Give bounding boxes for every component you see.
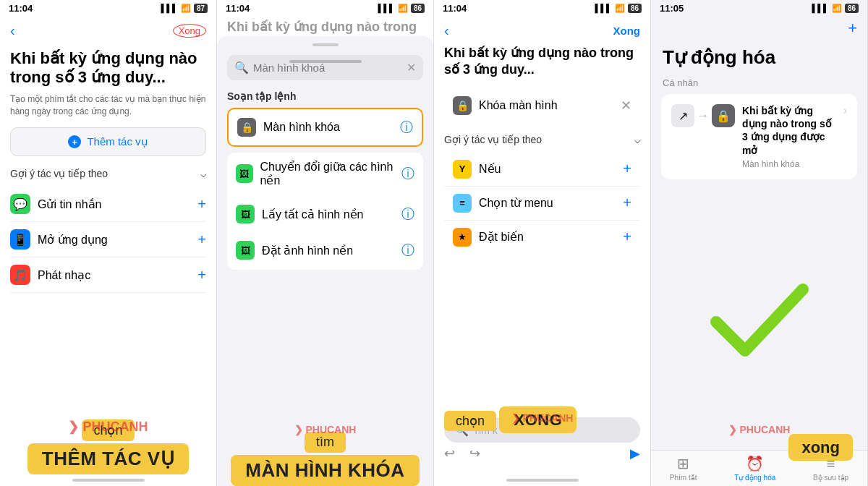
- time-1: 11:04: [9, 3, 33, 14]
- other-left-1: 🖼 Chuyển đổi giữa các hình nền: [236, 160, 401, 187]
- action-selected-3[interactable]: 🔒 Khóa màn hình ✕: [444, 88, 640, 124]
- other-label-3: Đặt ảnh hình nền: [262, 244, 353, 257]
- add-suggestion-1[interactable]: +: [197, 196, 206, 213]
- suggestion-item-1[interactable]: 💬 Gửi tin nhắn +: [10, 187, 206, 222]
- sugg-icon-3-2: ≡: [453, 194, 472, 213]
- nav-bar-1: ‹ Xong: [0, 16, 216, 45]
- add-sugg-3-1[interactable]: +: [623, 161, 631, 177]
- nav-bar-3: ‹ Xong: [434, 16, 650, 45]
- tab-automation[interactable]: ⏰ Tự động hóa: [734, 455, 775, 482]
- sugg-title-3: Gợi ý tác vụ tiếp theo: [444, 134, 542, 145]
- sugg-item-3-3[interactable]: ★ Đặt biến +: [444, 221, 640, 254]
- battery-4: 86: [845, 4, 859, 13]
- suggestion-icon-2: 📱: [10, 229, 30, 250]
- panel4-title: Tự động hóa: [651, 40, 867, 74]
- search-bar-2[interactable]: 🔍 ✕: [227, 55, 423, 80]
- suggestion-label-1: Gửi tin nhắn: [38, 197, 101, 211]
- info-icon-other-2[interactable]: ⓘ: [401, 205, 414, 223]
- suggestion-label-2: Mở ứng dụng: [38, 233, 108, 247]
- sugg-label-3-2: Chọn từ menu: [479, 196, 553, 210]
- sugg-header-3: Gợi ý tác vụ tiếp theo ⌵: [444, 134, 640, 145]
- result-item-2[interactable]: 🔒 Màn hình khóa ⓘ: [227, 108, 423, 147]
- other-result-2[interactable]: 🖼 Lấy tất cả hình nền ⓘ: [227, 197, 423, 231]
- time-3: 11:04: [443, 3, 467, 14]
- brand-logo-4: ❯ PHUCANH: [728, 424, 791, 435]
- status-bar-4: 11:05 ▌▌▌ 📶 86: [651, 0, 867, 16]
- label-big-1: THÊM TÁC VỤ: [27, 443, 189, 474]
- home-indicator-3: [434, 474, 650, 486]
- panel3-title: Khi bất kỳ ứng dụng nào trong số 3 ứng d…: [444, 45, 640, 79]
- watermark-3: ❯ PHUCANH: [511, 412, 574, 424]
- time-2: 11:04: [226, 3, 250, 14]
- watermark-2: ❯ PHUCANH: [294, 424, 357, 435]
- auto-card-text: Khi bất kỳ ứng dụng nào trong số 3 ứng d…: [742, 104, 836, 169]
- clear-action-3[interactable]: ✕: [621, 98, 631, 114]
- search-input-2[interactable]: [253, 61, 402, 74]
- sugg-item-3-1[interactable]: Y Nếu +: [444, 153, 640, 187]
- suggestion-item-2[interactable]: 📱 Mở ứng dụng +: [10, 222, 206, 257]
- watermark-1: ❯ PHUCANH: [68, 419, 148, 435]
- other-icon-1: 🖼: [236, 164, 253, 183]
- play-icon-3[interactable]: ▶: [630, 446, 640, 461]
- plus-button-4[interactable]: +: [848, 19, 857, 38]
- redo-icon-3[interactable]: ↪: [469, 446, 480, 461]
- other-results-2: 🖼 Chuyển đổi giữa các hình nền ⓘ 🖼 Lấy t…: [227, 153, 423, 270]
- undo-icon-3[interactable]: ↩: [444, 446, 455, 461]
- status-bar-3: 11:04 ▌▌▌ 📶 86: [434, 0, 650, 16]
- modal-sheet-2: 🔍 ✕ Soạn tập lệnh 🔒 Màn hình khóa ⓘ 🖼 Ch…: [217, 36, 433, 486]
- watermark-4: ❯ PHUCANH: [728, 424, 791, 435]
- sugg-left-3-2: ≡ Chọn từ menu: [453, 194, 553, 213]
- other-result-3[interactable]: 🖼 Đặt ảnh hình nền ⓘ: [227, 234, 423, 267]
- suggestion-item-3[interactable]: 🎵 Phát nhạc +: [10, 257, 206, 293]
- other-icon-3: 🖼: [236, 241, 255, 260]
- chevron-right-icon: ›: [843, 104, 847, 117]
- bottom-label-2: tìm MÀN HÌNH KHÓA: [217, 432, 433, 486]
- other-label-1: Chuyển đổi giữa các hình nền: [260, 160, 401, 187]
- add-sugg-3-3[interactable]: +: [623, 229, 631, 245]
- other-result-1[interactable]: 🖼 Chuyển đổi giữa các hình nền ⓘ: [227, 153, 423, 195]
- sugg-icon-3-3: ★: [453, 228, 472, 247]
- bottom-icons-3: ↩ ↪: [444, 446, 480, 461]
- nav-bar-4: +: [651, 16, 867, 40]
- suggestion-icon-3: 🎵: [10, 265, 30, 285]
- suggestions-header-1: Gợi ý tác vụ tiếp theo ⌵: [10, 168, 206, 179]
- xong-label-container: xong: [788, 438, 853, 457]
- suggestion-icon-1: 💬: [10, 194, 30, 214]
- tab-shortcuts[interactable]: ⊞ Phím tắt: [670, 455, 697, 482]
- add-suggestion-2[interactable]: +: [197, 231, 206, 248]
- sugg-item-3-2[interactable]: ≡ Chọn từ menu +: [444, 187, 640, 221]
- back-button-3[interactable]: ‹: [444, 22, 449, 39]
- tab-gallery-label: Bộ sưu tập: [813, 474, 848, 482]
- info-icon-other-3[interactable]: ⓘ: [401, 242, 414, 259]
- tab-automation-label: Tự động hóa: [734, 474, 775, 482]
- checkmark-container: [651, 194, 867, 450]
- xong-label: xong: [788, 434, 853, 461]
- done-button-3[interactable]: Xong: [613, 25, 641, 37]
- battery-1: 87: [194, 4, 208, 13]
- sugg-label-3-1: Nếu: [479, 162, 501, 176]
- auto-icon-lock: 🔒: [712, 104, 735, 127]
- info-icon-2[interactable]: ⓘ: [400, 119, 413, 136]
- suggestion-label-3: Phát nhạc: [38, 268, 90, 282]
- add-sugg-3-2[interactable]: +: [623, 195, 631, 211]
- clear-icon-2[interactable]: ✕: [407, 61, 416, 74]
- other-icon-2: 🖼: [236, 205, 255, 223]
- back-button-1[interactable]: ‹: [10, 22, 15, 39]
- time-4: 11:05: [660, 3, 684, 14]
- suggestion-left-2: 📱 Mở ứng dụng: [10, 229, 108, 250]
- checkmark-svg: [709, 282, 810, 362]
- add-suggestion-3[interactable]: +: [197, 267, 206, 284]
- automation-card[interactable]: ↗ → 🔒 Khi bất kỳ ứng dụng nào trong số 3…: [661, 94, 857, 179]
- status-bar-1: 11:04 ▌▌▌ 📶 87: [0, 0, 216, 16]
- panel1-content: Khi bất kỳ ứng dụng nào trong số 3 ứng d…: [0, 45, 216, 474]
- sugg-list-3: Y Nếu + ≡ Chọn từ menu + ★ Đặt biến +: [444, 153, 640, 254]
- home-bar-1: [72, 479, 145, 482]
- action-lock-icon: 🔒: [453, 96, 472, 115]
- panel1-title: Khi bất kỳ ứng dụng nào trong số 3 ứng d…: [10, 49, 206, 88]
- bottom-nav-3: ↩ ↪ ▶: [444, 446, 640, 461]
- info-icon-other-1[interactable]: ⓘ: [401, 165, 414, 182]
- signal-icon-4: ▌▌▌: [812, 4, 828, 12]
- other-left-2: 🖼 Lấy tất cả hình nền: [236, 205, 364, 223]
- add-task-button[interactable]: + Thêm tác vụ: [10, 127, 206, 156]
- done-button-1[interactable]: Xong: [173, 24, 206, 38]
